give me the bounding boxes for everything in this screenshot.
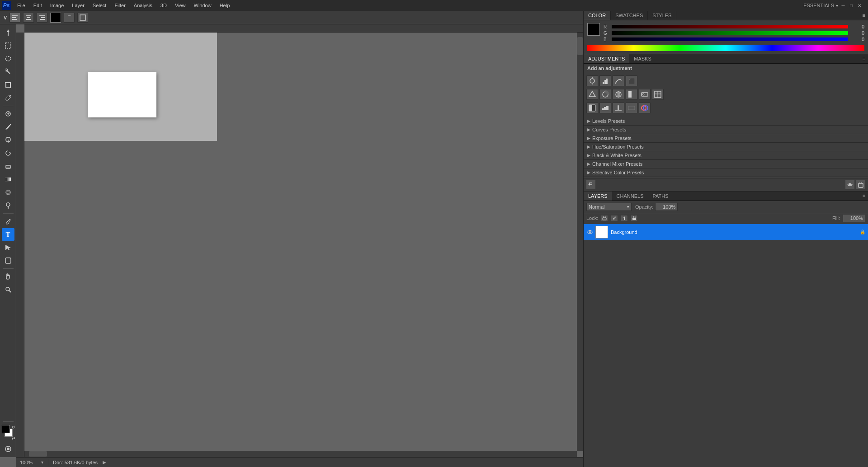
tool-zoom[interactable]: [2, 283, 14, 296]
menu-file[interactable]: File: [14, 2, 29, 9]
adj-exposure-icon[interactable]: ⬛: [626, 75, 637, 86]
tool-brush[interactable]: [2, 121, 14, 133]
tool-move[interactable]: [2, 26, 14, 39]
tool-type[interactable]: T: [2, 228, 14, 241]
adj-vibrance-icon[interactable]: [586, 89, 598, 100]
tab-paths[interactable]: PATHS: [648, 191, 673, 201]
g-slider[interactable]: [612, 31, 848, 35]
adj-brightness-icon[interactable]: [586, 75, 598, 86]
foreground-color-swatch[interactable]: [2, 425, 10, 433]
tool-dodge[interactable]: [2, 199, 14, 212]
tab-adjustments[interactable]: ADJUSTMENTS: [584, 54, 629, 63]
tool-gradient[interactable]: [2, 173, 14, 186]
blend-mode-dropdown[interactable]: Normal ▾: [586, 203, 632, 211]
menu-view[interactable]: View: [171, 2, 189, 9]
default-colors-icon[interactable]: ↺: [12, 425, 15, 430]
document-area[interactable]: [24, 33, 577, 451]
vertical-scrollbar[interactable]: [577, 33, 583, 451]
tab-channels[interactable]: CHANNELS: [612, 191, 648, 201]
tool-quick-mask[interactable]: [2, 443, 14, 455]
menu-layer[interactable]: Layer: [68, 2, 88, 9]
adj-exposure-presets[interactable]: ▶ Exposure Presets: [584, 134, 868, 143]
toggle-panels-button[interactable]: [77, 13, 88, 23]
adj-levels-icon[interactable]: [599, 75, 611, 86]
tool-history-brush[interactable]: [2, 147, 14, 159]
layer-item-background[interactable]: Background 🔒: [584, 224, 868, 240]
tool-hand[interactable]: [2, 270, 14, 283]
menu-help[interactable]: Help: [216, 2, 234, 9]
menu-3d[interactable]: 3D: [157, 2, 170, 9]
status-info-button[interactable]: ▶: [101, 459, 108, 466]
align-center-button[interactable]: [23, 13, 34, 23]
layers-panel-menu[interactable]: ≡: [860, 191, 868, 201]
tool-pen[interactable]: [2, 215, 14, 228]
adj-hue-saturation-icon[interactable]: [599, 89, 611, 100]
align-right-button[interactable]: [37, 13, 47, 23]
adj-channel-mixer-icon[interactable]: [652, 89, 664, 100]
adj-color-balance-icon[interactable]: [613, 89, 624, 100]
adj-curves-presets[interactable]: ▶ Curves Presets: [584, 126, 868, 134]
adj-bw-icon[interactable]: [626, 89, 637, 100]
zoom-options-button[interactable]: ▾: [39, 459, 45, 466]
tab-layers[interactable]: LAYERS: [584, 191, 612, 201]
tab-masks[interactable]: MASKS: [629, 54, 656, 63]
adj-return-icon[interactable]: [586, 180, 595, 189]
warp-text-button[interactable]: ⌒: [64, 13, 75, 23]
tab-color[interactable]: COLOR: [584, 11, 611, 20]
b-slider[interactable]: [612, 37, 848, 41]
tool-marquee[interactable]: [2, 39, 14, 52]
minimize-button[interactable]: ─: [840, 2, 846, 9]
opacity-value[interactable]: 100%: [655, 203, 678, 211]
main-color-swatch[interactable]: [587, 23, 600, 36]
workspace-label[interactable]: ESSENTIALS: [803, 3, 834, 8]
tool-lasso[interactable]: [2, 52, 14, 65]
menu-window[interactable]: Window: [190, 2, 215, 9]
lock-transparent-button[interactable]: [601, 215, 608, 221]
lock-all-button[interactable]: [631, 215, 638, 221]
adj-panel-close[interactable]: ≡: [860, 54, 868, 63]
menu-filter[interactable]: Filter: [111, 2, 129, 9]
document-canvas[interactable]: [88, 72, 156, 117]
tool-heal[interactable]: [2, 107, 14, 120]
r-slider[interactable]: [612, 25, 848, 28]
close-button[interactable]: ✕: [856, 2, 863, 9]
tool-shape[interactable]: [2, 254, 14, 267]
adj-gradient-map-icon[interactable]: [626, 103, 637, 113]
tool-eraser[interactable]: [2, 160, 14, 173]
menu-image[interactable]: Image: [47, 2, 68, 9]
lock-image-button[interactable]: [611, 215, 618, 221]
adj-hue-presets[interactable]: ▶ Hue/Saturation Presets: [584, 143, 868, 151]
tool-clone-stamp[interactable]: [2, 134, 14, 146]
restore-button[interactable]: □: [848, 2, 854, 9]
color-spectrum[interactable]: [587, 45, 864, 51]
adj-invert-icon[interactable]: [586, 103, 598, 113]
tool-path-select[interactable]: [2, 241, 14, 254]
align-left-button[interactable]: [9, 13, 20, 23]
adj-expand-icon[interactable]: [845, 180, 854, 189]
menu-analysis[interactable]: Analysis: [130, 2, 156, 9]
adj-levels-presets[interactable]: ▶ Levels Presets: [584, 117, 868, 126]
adj-selective-color-icon[interactable]: [639, 103, 651, 113]
tool-eyedropper[interactable]: [2, 92, 14, 104]
tool-crop[interactable]: [2, 79, 14, 91]
tool-blur[interactable]: [2, 186, 14, 199]
color-panel-close[interactable]: ≡: [860, 11, 868, 20]
layer-visibility-icon[interactable]: [586, 229, 594, 236]
adj-selective-color-presets[interactable]: ▶ Selective Color Presets: [584, 168, 868, 177]
fill-value[interactable]: 100%: [843, 214, 865, 222]
adj-curves-icon[interactable]: [613, 75, 624, 86]
tab-swatches[interactable]: SWATCHES: [611, 11, 648, 20]
menu-edit[interactable]: Edit: [30, 2, 46, 9]
adj-threshold-icon[interactable]: [613, 103, 624, 113]
adj-delete-icon[interactable]: [856, 180, 865, 189]
menu-select[interactable]: Select: [89, 2, 110, 9]
adj-bw-presets[interactable]: ▶ Black & White Presets: [584, 151, 868, 160]
adj-posterize-icon[interactable]: [599, 103, 611, 113]
tool-magic-wand[interactable]: [2, 65, 14, 78]
horizontal-scrollbar[interactable]: [24, 451, 577, 457]
text-color-swatch[interactable]: [50, 13, 61, 23]
lock-move-button[interactable]: [621, 215, 628, 221]
swap-colors-icon[interactable]: ⇄: [12, 436, 15, 440]
adj-channel-mixer-presets[interactable]: ▶ Channel Mixer Presets: [584, 160, 868, 168]
tab-styles[interactable]: STYLES: [648, 11, 676, 20]
